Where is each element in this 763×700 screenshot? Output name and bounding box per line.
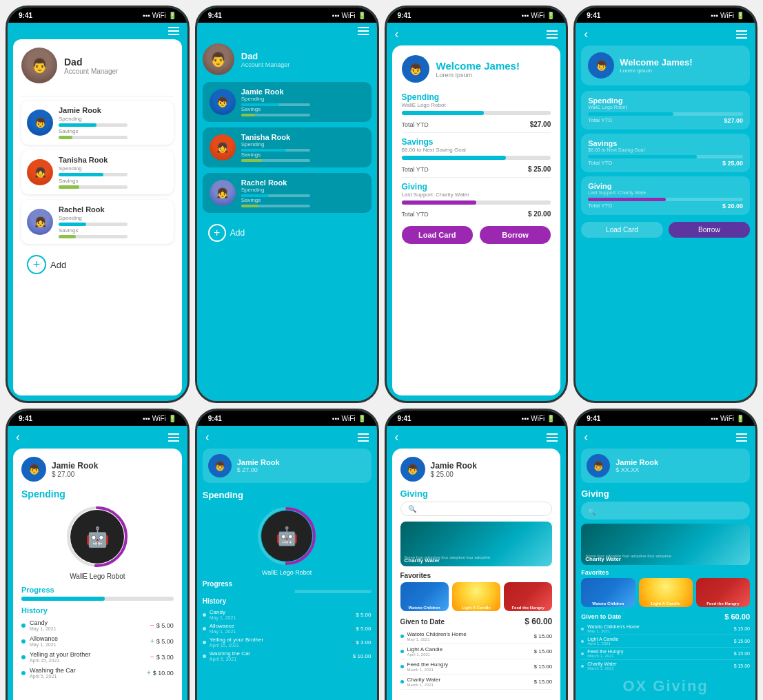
load-card-button-3[interactable]: Load Card: [402, 226, 473, 244]
wifi-icon-4: WiFi: [720, 12, 734, 19]
jamie-icon: 👦: [34, 117, 46, 128]
hist-name-yelling-5: Yelling at your Brother: [30, 651, 150, 658]
ox-search-icon-8: 🔍: [588, 508, 596, 515]
savings-ytd-label-3: Total YTD: [402, 166, 429, 173]
ox-search-8[interactable]: 🔍: [581, 502, 750, 519]
ox-favorites-title-8: Favorites: [581, 569, 750, 576]
dashboard-btn-row-3: Load Card Borrow: [402, 226, 551, 244]
ox-user-card-8: 👦 Jamie Rook $ XX.XX: [581, 449, 750, 483]
dark-rachel-avatar: 👧: [210, 180, 236, 206]
dark-rachel-savings-lbl: Savings: [241, 197, 310, 203]
ox-fav-watoto-8[interactable]: Watoto Children: [581, 578, 635, 607]
jamie-spending-fill: [59, 123, 96, 127]
dark-hist-val-allowance-6: $ 5.00: [356, 626, 371, 632]
back-button-4[interactable]: ‹: [584, 27, 588, 41]
dark-savings-ytd-val: $ 25,00: [722, 160, 743, 167]
fav-hungry-7[interactable]: Feed the Hungry: [504, 582, 552, 611]
back-button-3[interactable]: ‹: [395, 27, 399, 41]
dashboard-dark-content: 👦 Welcome James! Lorem Ipsum Spending Wa…: [576, 45, 755, 401]
savings-title-3: Savings: [402, 137, 551, 147]
welcome-title-3: Welcome James!: [436, 60, 520, 72]
back-button-6[interactable]: ‹: [205, 430, 210, 444]
dark-hist-dot-car-6: [203, 655, 206, 658]
dark-family-item-tanisha[interactable]: 👧 Tanisha Rook Spending Savings: [203, 127, 372, 167]
dark-hist-candy-6: Candy May 1, 2021 − $ 5.00: [203, 608, 372, 621]
ox-dot-candle-8: [581, 640, 584, 643]
menu-icon-4[interactable]: [736, 30, 747, 39]
dark-rachel-savings-bar: [241, 205, 310, 207]
tanisha-icon: 👧: [34, 167, 46, 178]
back-button-7[interactable]: ‹: [395, 430, 399, 444]
back-button-5[interactable]: ‹: [16, 430, 20, 444]
given-list-7: Watoto Children's Home May 1, 2021 $ 15.…: [400, 629, 553, 690]
savings-sub-3: $6.00 to Next Saving Goal: [402, 147, 551, 153]
hist-text-allowance-5: Allowance May 1, 2021: [30, 635, 150, 647]
menu-icon-8[interactable]: [736, 433, 747, 442]
time-5: 9:41: [19, 415, 32, 422]
menu-icon-6[interactable]: [358, 433, 369, 442]
menu-icon-2[interactable]: [358, 27, 369, 35]
charity-banner-7[interactable]: Charity Water Some four adoptive four ad…: [400, 522, 553, 566]
battery-icon-3: 🔋: [547, 12, 555, 19]
borrow-button-3[interactable]: Borrow: [480, 226, 551, 244]
nav-bar-6: ‹: [197, 426, 377, 449]
hist-date-allowance-5: May 1, 2021: [30, 642, 150, 647]
hist-minus-icon-5: −: [150, 621, 154, 629]
robot-container-5: 🤖: [65, 505, 129, 568]
menu-icon-1[interactable]: [168, 27, 179, 35]
dark-progress-label-6: Progress: [203, 580, 372, 588]
wifi-icon-5: WiFi: [152, 415, 166, 422]
add-button-1[interactable]: + Add: [21, 249, 174, 280]
dark-family-item-jamie[interactable]: 👦 Jamie Rook Spending Savings: [203, 82, 372, 122]
menu-icon-7[interactable]: [547, 433, 558, 442]
ox-fav-hungry-8[interactable]: Feed the Hungry: [696, 578, 750, 607]
spending-main-fill-5: [21, 597, 105, 601]
wifi-icon-7: WiFi: [531, 415, 545, 422]
spending-section-3: Spending WallE Lego Robot Total YTD $27.…: [402, 92, 551, 128]
ox-text-hungry-8: Feed the Hungry March 1, 2021: [587, 649, 733, 658]
wifi-icon-6: WiFi: [342, 415, 356, 422]
hist-val-candy-5: $ 5.00: [156, 622, 174, 629]
dark-hist-name-candy-6: Candy: [210, 609, 352, 615]
family-item-tanisha[interactable]: 👧 Tanisha Rook Spending Savings: [21, 150, 174, 194]
wifi-icon-8: WiFi: [720, 415, 734, 422]
battery-icon-4: 🔋: [736, 12, 744, 19]
battery-icon-6: 🔋: [358, 415, 366, 422]
dark-savings-title: Savings: [588, 139, 743, 147]
ox-charity-banner-8[interactable]: Charity Water Some four adoptive four ad…: [581, 524, 750, 565]
family-item-jamie[interactable]: 👦 Jamie Rook Spending Savings: [21, 101, 174, 145]
ox-given-watoto-8: Watoto Children's Home May 1, 2021 $ 15.…: [581, 623, 750, 635]
dark-user-icon-6: 👦: [214, 461, 225, 471]
fav-watoto-7[interactable]: Watoto Children: [400, 582, 449, 611]
family-item-rachel[interactable]: 👧 Rachel Rook Spending Savings: [21, 200, 174, 244]
menu-icon-3[interactable]: [547, 30, 558, 39]
giving-search-7[interactable]: 🔍: [400, 502, 553, 516]
dad-icon: 👨: [31, 59, 48, 72]
user-row-5: 👦 Jamie Rook $ 27.00: [21, 457, 174, 482]
dark-hist-minus-yelling-6: −: [352, 639, 355, 646]
dark-jamie-savings-lbl: Savings: [241, 106, 310, 112]
ox-user-amount-8: $ XX.XX: [616, 466, 658, 473]
back-button-8[interactable]: ‹: [584, 430, 588, 444]
dark-family-item-rachel[interactable]: 👧 Rachel Rook Spending Savings: [203, 173, 372, 213]
ox-fav-candle-8[interactable]: Light A Candle: [639, 578, 693, 607]
nav-bar-3: ‹: [387, 23, 567, 45]
given-item-hungry-7: Feed the Hungry March 1, 2021 $ 15.00: [400, 659, 553, 675]
ox-name-hungry-8: Feed the Hungry: [587, 649, 733, 654]
dad-info: Dad Account Manager: [64, 56, 118, 75]
phone-dashboard-white: 9:41 ▪▪▪ WiFi 🔋 ‹ 👦 Welcome James! Lorem…: [385, 6, 569, 403]
dark-load-card-button[interactable]: Load Card: [581, 222, 662, 238]
fav-row-7: Watoto Children Light A Candle Feed the …: [400, 582, 553, 611]
dark-welcome-info: Welcome James! Lorem Ipsum: [620, 57, 692, 74]
menu-icon-5[interactable]: [168, 433, 179, 442]
given-text-water-7: Charity Water March 1, 2021: [407, 677, 534, 687]
giving-user-icon-7: 👦: [407, 464, 418, 475]
dark-hist-amount-candy-6: − $ 5.00: [352, 612, 372, 618]
dark-dad-info: Dad Account Manager: [241, 51, 290, 68]
fav-candle-7[interactable]: Light A Candle: [452, 582, 500, 611]
hist-date-yelling-5: April 15, 2021: [30, 658, 150, 663]
dark-borrow-button[interactable]: Borrow: [669, 222, 750, 238]
add-button-2[interactable]: + Add: [203, 218, 372, 247]
time-4: 9:41: [587, 12, 600, 19]
giving-ytd-label-3: Total YTD: [402, 211, 429, 218]
